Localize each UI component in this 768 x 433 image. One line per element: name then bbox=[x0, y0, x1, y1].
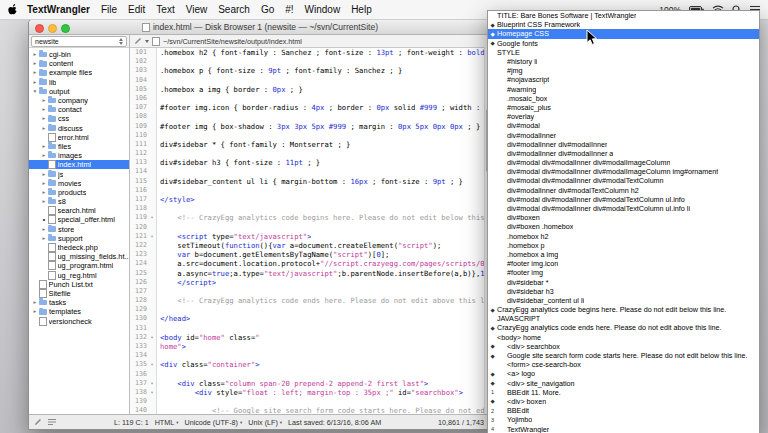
tree-item[interactable]: ▸js bbox=[29, 169, 129, 178]
popup-item[interactable]: #nojavascript bbox=[488, 75, 759, 84]
language-menu[interactable]: HTML▾ bbox=[155, 418, 179, 427]
disclosure-triangle-icon[interactable]: ▸ bbox=[31, 50, 39, 59]
file-path[interactable]: ~/svn/CurrentSite/newsite/output/index.h… bbox=[163, 37, 302, 46]
disclosure-triangle-icon[interactable]: ▸ bbox=[31, 68, 39, 77]
code-line[interactable]: 106 bbox=[130, 94, 491, 103]
tree-item[interactable]: Punch List.txt bbox=[29, 280, 129, 289]
code-line[interactable]: 140 <!-- Google site search form code st… bbox=[130, 406, 491, 414]
tree-item[interactable]: Sitefile bbox=[29, 289, 129, 298]
code-line[interactable]: 134 bbox=[130, 351, 491, 360]
popup-item[interactable]: div#modal div#modalInner div#modalTextCo… bbox=[488, 176, 759, 185]
disclosure-triangle-icon[interactable]: ▸ bbox=[40, 225, 48, 234]
tree-item[interactable]: ▸cgi-bin bbox=[29, 50, 129, 59]
disclosure-triangle-icon[interactable]: ▸ bbox=[40, 188, 48, 197]
tree-item[interactable]: ▸tasks bbox=[29, 298, 129, 307]
tree-item[interactable]: ug_program.html bbox=[29, 261, 129, 270]
window-titlebar[interactable]: index.html — Disk Browser 1 (newsite — ~… bbox=[29, 20, 491, 35]
file-icon[interactable] bbox=[152, 37, 160, 46]
code-line[interactable]: 132▾<body id="home" class=" bbox=[130, 333, 491, 342]
code-line[interactable]: 120 bbox=[130, 223, 491, 232]
tree-item[interactable]: error.html bbox=[29, 133, 129, 142]
popup-item[interactable]: ◆CrazyEgg analytics code ends here. Plea… bbox=[488, 323, 759, 332]
line-break-menu[interactable]: Unix (LF)▾ bbox=[248, 418, 282, 427]
code-line[interactable]: 117</style> bbox=[130, 195, 491, 204]
code-line[interactable]: 110 bbox=[130, 131, 491, 140]
tree-item[interactable]: ▾output bbox=[29, 87, 129, 96]
disclosure-triangle-icon[interactable]: ▸ bbox=[31, 307, 39, 316]
disclosure-triangle-icon[interactable]: ▸ bbox=[40, 179, 48, 188]
code-line[interactable]: 125 a.async=true;a.type="text/javascript… bbox=[130, 269, 491, 278]
code-line[interactable]: 108 bbox=[130, 112, 491, 121]
popup-item[interactable]: 1BBEdit 11. More. bbox=[488, 388, 759, 397]
minimize-button[interactable] bbox=[48, 24, 57, 33]
menu-item-search[interactable]: Search bbox=[218, 4, 250, 15]
tree-item[interactable]: ▸css bbox=[29, 114, 129, 123]
popup-item[interactable]: ◆Blueprint CSS Framework bbox=[488, 20, 759, 29]
popup-item[interactable]: .homebox a img bbox=[488, 250, 759, 259]
disclosure-triangle-icon[interactable]: ▸ bbox=[40, 96, 48, 105]
code-line[interactable]: 105.homebox a img { border : 0px ; } bbox=[130, 85, 491, 94]
code-line[interactable]: 119▾ <!-- CrazyEgg analytics code begins… bbox=[130, 213, 491, 222]
tree-item[interactable]: ▸images bbox=[29, 151, 129, 160]
code-line[interactable]: 114 bbox=[130, 167, 491, 176]
popup-item[interactable]: #overlay bbox=[488, 112, 759, 121]
popup-item[interactable]: div#modal bbox=[488, 121, 759, 130]
disclosure-triangle-icon[interactable]: ▸ bbox=[40, 114, 48, 123]
popup-item[interactable]: div#modal div#modalInner div#modalTextCo… bbox=[488, 204, 759, 213]
tree-item[interactable]: ▸example files bbox=[29, 68, 129, 77]
tree-item[interactable]: ▸content bbox=[29, 59, 129, 68]
popup-item[interactable]: .mosaic_box bbox=[488, 94, 759, 103]
code-line[interactable]: 133home"> bbox=[130, 342, 491, 351]
tree-item[interactable]: ▸templates bbox=[29, 307, 129, 316]
code-line[interactable]: 121▾ <script type="text/javascript"> bbox=[130, 232, 491, 241]
code-line[interactable]: 129 bbox=[130, 305, 491, 314]
disclosure-triangle-icon[interactable]: ▸ bbox=[40, 197, 48, 206]
code-line[interactable]: 135▾<div class="container"> bbox=[130, 360, 491, 369]
popup-item[interactable]: ◆Google fonts bbox=[488, 39, 759, 48]
close-button[interactable] bbox=[35, 24, 44, 33]
menu-item-window[interactable]: Window bbox=[305, 4, 341, 15]
popup-item[interactable]: #footer img.icon bbox=[488, 259, 759, 268]
popup-item[interactable]: div#modalInner div#modalInner bbox=[488, 140, 759, 149]
tree-item[interactable]: search.html bbox=[29, 206, 129, 215]
disclosure-triangle-icon[interactable]: ▸ bbox=[40, 234, 48, 243]
tree-item[interactable]: ug_reg.html bbox=[29, 271, 129, 280]
disclosure-triangle-icon[interactable]: ▸ bbox=[31, 59, 39, 68]
menu-item-text[interactable]: Text bbox=[156, 4, 174, 15]
code-line[interactable]: 112 bbox=[130, 149, 491, 158]
popup-item[interactable]: div#modalInner bbox=[488, 130, 759, 139]
code-line[interactable]: 124 a.src=document.location.protocol+"//… bbox=[130, 259, 491, 268]
code-line[interactable]: 109#footer img { box-shadow : 3px 3px 5p… bbox=[130, 122, 491, 131]
text-options-icon[interactable] bbox=[48, 418, 56, 426]
popup-item[interactable]: .homebox p bbox=[488, 241, 759, 250]
tree-item[interactable]: ▸contact bbox=[29, 105, 129, 114]
code-line[interactable]: 103.homebox p { font-size : 9pt ; font-f… bbox=[130, 66, 491, 75]
code-line[interactable]: 123 var b=document.getElementsByTagName(… bbox=[130, 250, 491, 259]
popup-item[interactable]: div#sidebar h3 bbox=[488, 287, 759, 296]
popup-item[interactable]: <body> home bbox=[488, 333, 759, 342]
zoom-button[interactable] bbox=[61, 24, 70, 33]
disclosure-triangle-icon[interactable]: ▸ bbox=[31, 298, 39, 307]
popup-item[interactable]: #mosaic_plus bbox=[488, 103, 759, 112]
fold-triangle-icon[interactable]: ▾ bbox=[148, 360, 157, 369]
tree-item[interactable]: ▸store bbox=[29, 225, 129, 234]
code-line[interactable]: 131 bbox=[130, 324, 491, 333]
code-editor[interactable]: 101.homebox h2 { font-family : Sanchez ;… bbox=[130, 48, 491, 414]
tree-item[interactable]: ▸files bbox=[29, 142, 129, 151]
popup-item[interactable]: #history li bbox=[488, 57, 759, 66]
popup-item[interactable]: div#modalInner div#modalInner a bbox=[488, 149, 759, 158]
menu-item-view[interactable]: View bbox=[186, 4, 208, 15]
apple-menu[interactable] bbox=[8, 4, 17, 15]
tree-item[interactable]: ▸company bbox=[29, 96, 129, 105]
disclosure-triangle-icon[interactable]: ▸ bbox=[31, 78, 39, 87]
popup-item[interactable]: ◆<div> site_navigation bbox=[488, 379, 759, 388]
popup-item[interactable]: ◆Google site search form code starts her… bbox=[488, 351, 759, 360]
code-line[interactable]: 102 bbox=[130, 57, 491, 66]
popup-item[interactable]: div#modal div#modalInner div#modalImageC… bbox=[488, 167, 759, 176]
code-line[interactable]: 127 bbox=[130, 287, 491, 296]
menu-item-edit[interactable]: Edit bbox=[128, 4, 145, 15]
app-menu[interactable]: TextWrangler bbox=[27, 4, 90, 15]
code-line[interactable]: 118 bbox=[130, 204, 491, 213]
popup-item[interactable]: #warning bbox=[488, 85, 759, 94]
menu-item-go[interactable]: Go bbox=[261, 4, 274, 15]
